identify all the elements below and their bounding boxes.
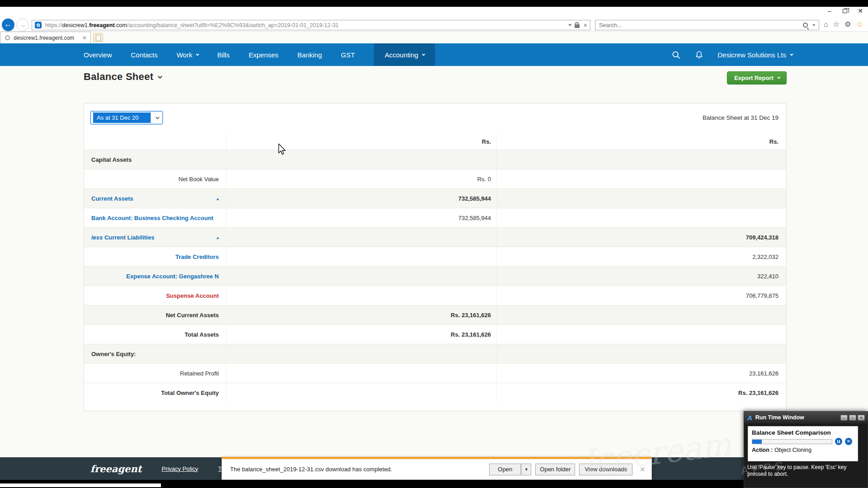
- stop-button[interactable]: ×: [584, 22, 587, 29]
- tab-strip: [0, 32, 868, 43]
- app-search-icon[interactable]: [671, 50, 681, 60]
- new-tab-button[interactable]: [93, 33, 103, 42]
- runtime-close-button[interactable]: ✕: [858, 415, 865, 421]
- suspense-account-link[interactable]: Suspense Account: [166, 292, 219, 299]
- row-value: 732,585,944: [226, 208, 497, 227]
- currency-header-col2: Rs.: [226, 134, 497, 150]
- runtime-task-panel: Balance Sheet Comparison ✕ Line : 15 of …: [748, 426, 858, 461]
- current-assets-link[interactable]: Current Assets: [91, 195, 133, 202]
- bank-account-link[interactable]: Bank Account: Business Checking Account: [91, 215, 213, 221]
- table-row: Suspense Account 706,779,875: [84, 286, 786, 305]
- download-bar-close-icon[interactable]: ✕: [640, 466, 645, 473]
- search-input[interactable]: [595, 22, 803, 28]
- table-row: Total Owner's Equity Rs. 23,161,626: [84, 383, 786, 402]
- nav-item-contacts[interactable]: Contacts: [131, 51, 158, 59]
- table-row: Total Assets Rs. 23,161,626: [84, 324, 786, 344]
- window-titlebar: – ✕: [0, 0, 868, 18]
- row-value: Rs. 23,161,626: [226, 305, 497, 324]
- address-bar[interactable]: https://desicrew1.freeagent.com/accounti…: [32, 20, 590, 30]
- tab-title: desicrew1.freeagent.com: [14, 35, 74, 41]
- automation-app-icon: A: [747, 414, 752, 422]
- row-label: Total Owner's Equity: [84, 383, 226, 402]
- row-value: 706,779,875: [497, 286, 786, 305]
- task-progress-bar: [752, 439, 832, 444]
- nav-item-banking[interactable]: Banking: [297, 51, 322, 59]
- address-dropdown-icon[interactable]: [568, 23, 571, 26]
- notifications-bell-icon[interactable]: [694, 50, 704, 60]
- table-row: Net Current Assets Rs. 23,161,626: [84, 305, 786, 324]
- window-minimize-button[interactable]: –: [822, 6, 837, 16]
- collapse-triangle-icon[interactable]: ▴: [217, 196, 219, 201]
- currency-header-col3: Rs.: [497, 134, 786, 150]
- nav-item-work[interactable]: Work: [177, 51, 198, 59]
- horizontal-scrollbar[interactable]: [0, 483, 161, 487]
- table-row: Expense Account: Gengashree N 322,410: [84, 266, 786, 286]
- current-liabilities-link[interactable]: less Current Liabilities: [91, 234, 154, 241]
- pause-icon[interactable]: [835, 438, 842, 445]
- row-value: Rs. 0: [226, 169, 497, 188]
- tab-close-icon[interactable]: ✕: [82, 35, 87, 41]
- table-row: less Current Liabilities▴ 709,424,318: [84, 227, 786, 247]
- privacy-policy-link[interactable]: Privacy Policy: [161, 465, 198, 472]
- stop-task-icon[interactable]: ✕: [845, 438, 852, 445]
- row-label: Total Assets: [84, 325, 226, 344]
- nav-item-overview[interactable]: Overview: [84, 51, 112, 59]
- expense-account-link[interactable]: Expense Account: Gengashree N: [126, 273, 219, 280]
- page-title: Balance Sheet: [84, 71, 153, 83]
- chevron-down-icon: [790, 52, 793, 56]
- table-row: Trade Creditors 2,322,032: [84, 247, 786, 266]
- table-header-row: Rs. Rs.: [84, 134, 786, 150]
- action-label: Action :: [752, 447, 773, 453]
- period-select-button[interactable]: [151, 112, 162, 124]
- open-folder-button[interactable]: Open folder: [535, 464, 575, 475]
- browser-tab[interactable]: desicrew1.freeagent.com ✕: [0, 32, 91, 43]
- home-icon[interactable]: ⌂: [824, 20, 828, 29]
- tab-loading-icon: [5, 35, 10, 40]
- lock-icon: [575, 24, 580, 28]
- nav-item-accounting[interactable]: Accounting: [374, 43, 435, 66]
- settings-gear-icon[interactable]: ⚙: [844, 20, 851, 29]
- export-report-button[interactable]: Export Report: [727, 71, 787, 84]
- row-value: Rs. 23,161,626: [226, 325, 497, 344]
- open-dropdown-button[interactable]: ▼: [521, 464, 531, 475]
- browser-search-box[interactable]: [595, 20, 819, 30]
- period-select-value: As at 31 Dec 20: [93, 113, 151, 123]
- runtime-minimize-button[interactable]: –: [840, 415, 848, 421]
- smiley-feedback-icon[interactable]: ☺: [856, 20, 863, 29]
- url-tld: .com: [115, 22, 127, 28]
- runtime-maximize-button[interactable]: □: [849, 415, 856, 421]
- titlebar-black-strip: [0, 0, 868, 7]
- chevron-down-icon: [196, 52, 199, 56]
- table-row: Capital Assets: [84, 150, 786, 169]
- runtime-window-titlebar[interactable]: A Run Time Window – □ ✕: [744, 412, 868, 423]
- view-downloads-button[interactable]: View downloads: [579, 464, 632, 475]
- row-value: 709,424,318: [497, 228, 786, 247]
- search-icon[interactable]: [803, 23, 808, 28]
- progress-fill: [752, 440, 762, 444]
- balance-sheet-table: Rs. Rs. Capital Assets Net Book Value Rs…: [84, 134, 786, 402]
- runtime-window: A Run Time Window – □ ✕ Balance Sheet Co…: [744, 411, 868, 488]
- favorites-star-icon[interactable]: ☆: [833, 20, 840, 29]
- table-row: Retained Profit 23,161,626: [84, 363, 786, 383]
- nav-item-expenses[interactable]: Expenses: [249, 51, 278, 59]
- open-button[interactable]: Open: [489, 464, 521, 475]
- window-close-button[interactable]: ✕: [853, 6, 868, 16]
- window-maximize-button[interactable]: [837, 6, 853, 16]
- row-value: 322,410: [497, 267, 786, 286]
- nav-item-gst[interactable]: GST: [341, 51, 355, 59]
- maximize-icon: [843, 9, 847, 13]
- back-button[interactable]: ←: [2, 19, 14, 31]
- search-dropdown-icon[interactable]: [813, 23, 816, 26]
- collapse-triangle-icon[interactable]: ▴: [217, 235, 219, 240]
- action-value: Object Cloning: [774, 447, 811, 453]
- trade-creditors-link[interactable]: Trade Creditors: [175, 253, 219, 260]
- table-row: Bank Account: Business Checking Account …: [84, 208, 786, 227]
- period-select[interactable]: As at 31 Dec 20: [90, 111, 163, 124]
- company-menu[interactable]: Desicrew Solutions Lts: [717, 51, 792, 59]
- task-title: Balance Sheet Comparison: [752, 429, 858, 436]
- site-favicon: [35, 22, 42, 28]
- row-label: Net Book Value: [84, 169, 226, 188]
- forward-button[interactable]: →: [16, 19, 29, 31]
- table-row: Owner's Equity:: [84, 344, 786, 363]
- nav-item-bills[interactable]: Bills: [217, 51, 230, 59]
